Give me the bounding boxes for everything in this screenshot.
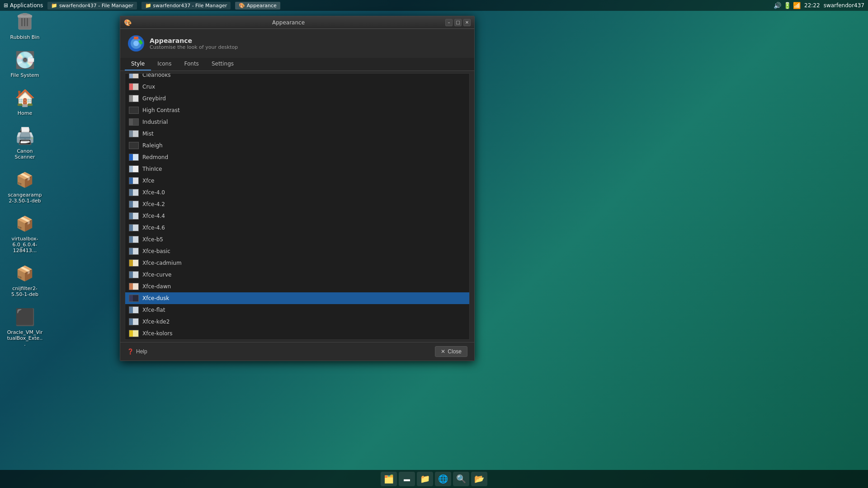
taskbar-dock: 🗂️ ▬ 📁 🌐 🔍 📂 xyxy=(381,472,487,486)
tab-fonts[interactable]: Fonts xyxy=(178,58,205,70)
theme-item[interactable]: Xfce-4.4 xyxy=(125,210,469,222)
applications-menu[interactable]: ⊞ Applications xyxy=(4,2,43,9)
dock-file-manager[interactable]: 🗂️ xyxy=(381,472,397,486)
theme-name-label: Crux xyxy=(142,84,155,90)
theme-item[interactable]: Xfce-curve xyxy=(125,269,469,281)
theme-name-label: Xfce-b5 xyxy=(142,236,163,243)
theme-name-label: Raleigh xyxy=(142,142,163,149)
oracle-icon: ⬛ xyxy=(14,306,36,328)
theme-item[interactable]: Redmond xyxy=(125,151,469,163)
clock: 22:22 xyxy=(804,2,820,9)
home-icon: 🏠 xyxy=(14,87,36,109)
desktop-icon-oracle[interactable]: ⬛ Oracle_VM_VirtualBox_Exte... xyxy=(5,304,45,349)
appearance-window: 🎨 Appearance – □ ✕ Appearance xyxy=(120,16,475,361)
theme-item[interactable]: Raleigh xyxy=(125,140,469,151)
theme-name-label: Xfce-4.6 xyxy=(142,225,165,231)
svg-rect-6 xyxy=(23,13,27,15)
theme-item[interactable]: ThinIce xyxy=(125,163,469,175)
svg-point-9 xyxy=(133,41,139,46)
theme-item[interactable]: Xfce-4.2 xyxy=(125,198,469,210)
tab-icons[interactable]: Icons xyxy=(151,58,178,70)
dock-files[interactable]: 📁 xyxy=(417,472,433,486)
virtualbox-label: virtualbox-6.0_6.0.4-128413... xyxy=(7,236,43,253)
desktop-icon-rubbish-bin[interactable]: Rubbish Bin xyxy=(5,9,45,42)
canon-scanner-icon: 🖨️ xyxy=(14,125,36,147)
file-system-label: File System xyxy=(11,72,39,78)
close-icon: ✕ xyxy=(441,348,445,355)
theme-item[interactable]: Xfce-flat xyxy=(125,304,469,316)
theme-item[interactable]: Xfce-basic xyxy=(125,245,469,257)
tab-settings[interactable]: Settings xyxy=(205,58,240,70)
theme-item[interactable]: Xfce-4.6 xyxy=(125,222,469,234)
canon-scanner-label: Canon Scanner xyxy=(7,148,43,160)
theme-item[interactable]: Xfce-kde2 xyxy=(125,316,469,328)
theme-item[interactable]: Xfce-b5 xyxy=(125,234,469,245)
svg-rect-4 xyxy=(27,18,28,26)
topbar-left: ⊞ Applications 📁 swarfendor437 - File Ma… xyxy=(4,2,280,9)
topbar: ⊞ Applications 📁 swarfendor437 - File Ma… xyxy=(0,0,868,11)
home-label: Home xyxy=(18,110,32,116)
theme-name-label: ThinIce xyxy=(142,166,162,172)
theme-preview-swatch xyxy=(129,95,139,102)
tab-style[interactable]: Style xyxy=(125,58,151,70)
svg-rect-10 xyxy=(134,37,138,39)
theme-preview-swatch xyxy=(129,306,139,314)
theme-item[interactable]: Xfce-dawn xyxy=(125,281,469,292)
theme-item[interactable]: Industrial xyxy=(125,116,469,128)
theme-name-label: Xfce-cadmium xyxy=(142,260,182,266)
window-titlebar: 🎨 Appearance – □ ✕ xyxy=(120,16,474,29)
theme-name-label: Industrial xyxy=(142,119,168,125)
theme-item[interactable]: Xfce-kolors xyxy=(125,328,469,339)
theme-preview-swatch xyxy=(129,248,139,255)
theme-name-label: Xfce-kde2 xyxy=(142,319,170,325)
theme-item[interactable]: Crux xyxy=(125,81,469,93)
taskbar-item-filemanager2[interactable]: 📁 swarfendor437 - File Manager xyxy=(142,2,231,9)
dock-terminal[interactable]: ▬ xyxy=(399,472,415,486)
username: swarfendor437 xyxy=(824,2,864,9)
desktop-icon-file-system[interactable]: 💽 File System xyxy=(5,47,45,80)
window-minimize-button[interactable]: – xyxy=(445,19,453,26)
scangear-label: scangearamp2-3.50-1-deb xyxy=(7,192,43,204)
dock-folder[interactable]: 📂 xyxy=(471,472,487,486)
theme-name-label: Mist xyxy=(142,131,154,137)
window-menu-icon[interactable]: 🎨 xyxy=(124,19,132,26)
help-button[interactable]: ❓ Help xyxy=(127,348,147,355)
theme-list[interactable]: Adwaita-darkAlbatrossArcArc-DarkArc-Dark… xyxy=(125,73,470,340)
theme-item[interactable]: Clearlooks xyxy=(125,73,469,81)
close-button[interactable]: ✕ Close xyxy=(435,346,467,357)
theme-item[interactable]: Xfce-cadmium xyxy=(125,257,469,269)
rubbish-bin-label: Rubbish Bin xyxy=(10,34,40,40)
desktop-icon-virtualbox[interactable]: 📦 virtualbox-6.0_6.0.4-128413... xyxy=(5,211,45,256)
theme-item[interactable]: Xfce-4.0 xyxy=(125,187,469,198)
tabs: Style Icons Fonts Settings xyxy=(120,58,474,71)
desktop-icon-cnijfilter[interactable]: 📦 cnijfilter2-5.50-1-deb xyxy=(5,260,45,300)
theme-preview-swatch xyxy=(129,154,139,161)
virtualbox-icon: 📦 xyxy=(14,213,36,235)
dock-browser[interactable]: 🌐 xyxy=(435,472,451,486)
theme-name-label: Xfce-dawn xyxy=(142,283,171,290)
desktop-icon-canon-scanner[interactable]: 🖨️ Canon Scanner xyxy=(5,123,45,162)
taskbar-item-filemanager1[interactable]: 📁 swarfendor437 - File Manager xyxy=(47,2,137,9)
theme-name-label: Xfce-4.2 xyxy=(142,201,165,207)
theme-item[interactable]: High Contrast xyxy=(125,104,469,116)
dock-magnifier[interactable]: 🔍 xyxy=(453,472,469,486)
rubbish-bin-icon xyxy=(14,11,36,33)
theme-item[interactable]: Xfce xyxy=(125,175,469,187)
theme-name-label: Xfce-dusk xyxy=(142,295,169,301)
theme-preview-swatch xyxy=(129,165,139,173)
desktop-icon-scangear[interactable]: 📦 scangearamp2-3.50-1-deb xyxy=(5,167,45,206)
theme-item[interactable]: Greybird xyxy=(125,93,469,104)
theme-preview-swatch xyxy=(129,130,139,137)
file-system-icon: 💽 xyxy=(14,49,36,71)
theme-preview-swatch xyxy=(129,259,139,267)
theme-name-label: Redmond xyxy=(142,154,168,160)
taskbar-item-appearance[interactable]: 🎨 Appearance xyxy=(235,2,280,9)
app-menu-icon: ⊞ xyxy=(4,2,8,9)
desktop-icon-home[interactable]: 🏠 Home xyxy=(5,85,45,118)
window-close-button[interactable]: ✕ xyxy=(463,19,471,26)
window-maximize-button[interactable]: □ xyxy=(454,19,462,26)
theme-preview-swatch xyxy=(129,189,139,196)
theme-item[interactable]: Mist xyxy=(125,128,469,140)
theme-item[interactable]: Xfce-dusk xyxy=(125,292,469,304)
theme-name-label: Xfce-basic xyxy=(142,248,170,254)
